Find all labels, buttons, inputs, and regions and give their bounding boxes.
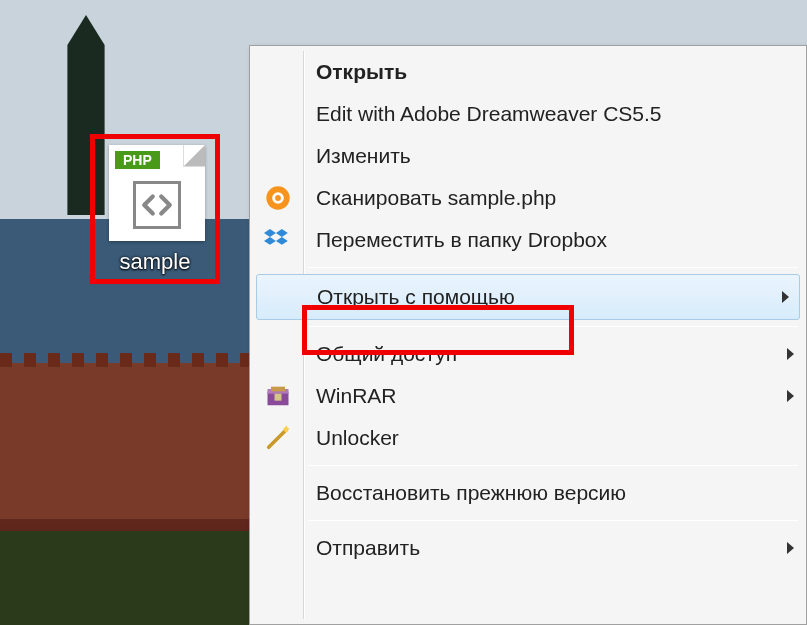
menu-separator [308, 267, 798, 268]
svg-point-2 [275, 195, 281, 201]
desktop-file-label[interactable]: sample [95, 249, 215, 275]
menu-item-open[interactable]: Открыть [252, 51, 804, 93]
menu-item-open-with[interactable]: Открыть с помощью [256, 274, 800, 320]
menu-separator [308, 520, 798, 521]
php-badge: PHP [115, 151, 160, 169]
menu-separator [308, 465, 798, 466]
submenu-arrow-icon [787, 542, 794, 554]
menu-item-winrar[interactable]: WinRAR [252, 375, 804, 417]
menu-item-change[interactable]: Изменить [252, 135, 804, 177]
menu-item-share[interactable]: Общий доступ [252, 333, 804, 375]
menu-label: Восстановить прежнюю версию [316, 481, 626, 505]
winrar-icon [264, 382, 292, 410]
submenu-arrow-icon [787, 390, 794, 402]
submenu-arrow-icon [782, 291, 789, 303]
menu-item-scan[interactable]: Сканировать sample.php [252, 177, 804, 219]
context-menu: Открыть Edit with Adobe Dreamweaver CS5.… [249, 45, 807, 625]
svg-rect-6 [275, 394, 282, 401]
avast-icon [264, 184, 292, 212]
menu-label: Сканировать sample.php [316, 186, 556, 210]
menu-item-edit-dreamweaver[interactable]: Edit with Adobe Dreamweaver CS5.5 [252, 93, 804, 135]
menu-label: Переместить в папку Dropbox [316, 228, 607, 252]
code-brackets-icon [133, 181, 181, 229]
unlocker-wand-icon [264, 424, 292, 452]
desktop-file-icon[interactable]: PHP [109, 145, 205, 241]
desktop-file-highlight: PHP sample [90, 134, 220, 284]
svg-rect-5 [271, 387, 285, 392]
menu-item-send[interactable]: Отправить [252, 527, 804, 569]
menu-item-dropbox[interactable]: Переместить в папку Dropbox [252, 219, 804, 261]
menu-item-restore-version[interactable]: Восстановить прежнюю версию [252, 472, 804, 514]
menu-separator [308, 326, 798, 327]
svg-line-7 [269, 431, 285, 447]
dropbox-icon [264, 226, 292, 254]
menu-label: Открыть [316, 60, 407, 84]
menu-item-unlocker[interactable]: Unlocker [252, 417, 804, 459]
menu-label: Открыть с помощью [317, 285, 515, 309]
menu-label: Изменить [316, 144, 411, 168]
menu-label: Edit with Adobe Dreamweaver CS5.5 [316, 102, 662, 126]
file-dogear-icon [183, 145, 205, 167]
menu-label: Unlocker [316, 426, 399, 450]
submenu-arrow-icon [787, 348, 794, 360]
menu-label: WinRAR [316, 384, 397, 408]
menu-label: Общий доступ [316, 342, 457, 366]
menu-label: Отправить [316, 536, 420, 560]
